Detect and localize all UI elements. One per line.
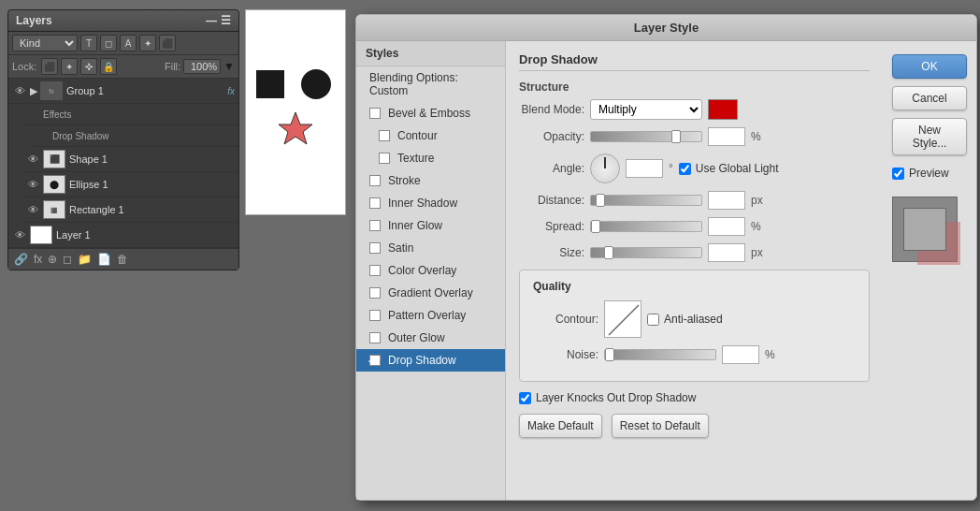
noise-slider[interactable] [604, 349, 716, 360]
mask-icon[interactable]: ◻ [63, 253, 72, 266]
style-item-bevel[interactable]: Bevel & Emboss [356, 102, 505, 124]
outer-glow-checkbox[interactable] [369, 332, 381, 343]
filter-type-icon[interactable]: T [80, 35, 97, 51]
use-global-light-checkbox[interactable] [679, 163, 691, 175]
lock-position-icon[interactable]: ⬛ [41, 58, 58, 75]
style-item-inner-glow[interactable]: Inner Glow [356, 214, 505, 237]
fill-input[interactable] [183, 59, 221, 74]
style-item-outer-glow[interactable]: Outer Glow [356, 327, 505, 349]
distance-input[interactable]: 4 [708, 191, 745, 210]
lock-move-icon[interactable]: ✜ [80, 58, 97, 75]
opacity-unit: % [751, 130, 761, 143]
ok-button[interactable]: OK [892, 54, 967, 79]
size-thumb[interactable] [604, 246, 613, 259]
pattern-overlay-checkbox[interactable] [369, 310, 381, 321]
lock-label: Lock: [12, 61, 36, 72]
distance-slider[interactable] [590, 195, 702, 206]
blend-mode-select[interactable]: Multiply Normal Screen [590, 99, 702, 120]
filter-text-icon[interactable]: A [120, 35, 137, 51]
noise-thumb[interactable] [605, 348, 614, 361]
panel-menu-icon[interactable]: ☰ [221, 14, 231, 27]
eye-icon-layer1[interactable]: 👁 [12, 227, 27, 242]
opacity-thumb[interactable] [671, 130, 681, 143]
layer-item-ellipse1[interactable]: 👁 ⬤ Ellipse 1 [22, 172, 238, 197]
satin-checkbox[interactable] [369, 242, 381, 254]
group-icon[interactable]: 📁 [78, 253, 92, 266]
style-item-stroke[interactable]: Stroke [356, 169, 505, 192]
layer-item-shape1[interactable]: 👁 ⬛ Shape 1 [22, 147, 238, 172]
style-item-blending[interactable]: Blending Options: Custom [356, 66, 505, 102]
style-item-gradient-overlay[interactable]: Gradient Overlay [356, 282, 505, 304]
layer-item-rect1[interactable]: 👁 ▦ Rectangle 1 [22, 197, 238, 223]
style-item-pattern-overlay[interactable]: Pattern Overlay [356, 304, 505, 327]
make-default-button[interactable]: Make Default [519, 414, 602, 438]
layer-name-ellipse1: Ellipse 1 [69, 179, 235, 190]
filter-smart-icon[interactable]: ✦ [139, 35, 156, 51]
stroke-checkbox[interactable] [369, 175, 381, 186]
inner-glow-checkbox[interactable] [369, 220, 381, 231]
panel-collapse-icon[interactable]: — [206, 14, 217, 27]
layer-knocks-label[interactable]: Layer Knocks Out Drop Shadow [519, 391, 696, 404]
eye-icon-effects[interactable] [25, 107, 40, 122]
filter-pixel-icon[interactable]: ⬛ [159, 35, 176, 51]
layers-row2: Lock: ⬛ ✦ ✜ 🔒 Fill: ▼ [8, 55, 238, 79]
size-slider[interactable] [590, 247, 702, 258]
filter-shape-icon[interactable]: ◻ [100, 35, 117, 51]
texture-checkbox[interactable] [379, 153, 390, 164]
angle-input[interactable]: 90 [626, 159, 663, 178]
new-layer-icon[interactable]: 📄 [97, 253, 111, 266]
preview-label[interactable]: Preview [892, 167, 967, 180]
layer-item-layer1[interactable]: 👁 Layer 1 [8, 223, 238, 248]
use-global-light-label[interactable]: Use Global Light [679, 162, 779, 175]
noise-input[interactable]: 0 [722, 345, 759, 364]
style-item-drop-shadow[interactable]: ✓ Drop Shadow [356, 349, 505, 372]
filter-select[interactable]: Kind [12, 35, 78, 51]
cancel-button[interactable]: Cancel [892, 86, 967, 110]
anti-aliased-checkbox[interactable] [647, 314, 659, 326]
style-item-texture[interactable]: Texture [356, 147, 505, 169]
color-overlay-checkbox[interactable] [369, 265, 381, 276]
spread-slider[interactable] [590, 221, 702, 232]
size-input[interactable]: 10 [708, 243, 745, 262]
distance-thumb[interactable] [596, 194, 605, 207]
eye-icon-ellipse1[interactable]: 👁 [25, 177, 40, 192]
layer-knocks-checkbox[interactable] [519, 392, 531, 404]
lock-pixel-icon[interactable]: ✦ [61, 58, 78, 75]
style-item-contour[interactable]: Contour [356, 124, 505, 147]
new-style-button[interactable]: New Style... [892, 118, 967, 155]
spread-input[interactable]: 0 [708, 217, 745, 236]
style-item-color-overlay[interactable]: Color Overlay [356, 259, 505, 282]
anti-aliased-label[interactable]: Anti-aliased [647, 313, 723, 326]
inner-shadow-checkbox[interactable] [369, 197, 381, 209]
contour-preview[interactable] [604, 300, 641, 338]
thumb-layer1 [30, 226, 52, 244]
fx-icon[interactable]: fx [34, 253, 42, 266]
dialog-title: Layer Style [356, 15, 976, 41]
delete-icon[interactable]: 🗑 [117, 253, 128, 266]
eye-icon-shape1[interactable]: 👁 [25, 152, 40, 167]
style-item-satin[interactable]: Satin [356, 237, 505, 259]
reset-default-button[interactable]: Reset to Default [612, 414, 709, 438]
shadow-color-swatch[interactable] [708, 99, 738, 120]
eye-icon-rect1[interactable]: 👁 [25, 202, 40, 217]
panel-bottom-bar: 🔗 fx ⊕ ◻ 📁 📄 🗑 [8, 248, 238, 270]
link-icon[interactable]: 🔗 [14, 253, 28, 266]
spread-row: Spread: 0 % [519, 217, 870, 236]
angle-dial[interactable] [590, 153, 620, 183]
contour-checkbox[interactable] [379, 130, 390, 141]
bevel-checkbox[interactable] [369, 108, 381, 119]
opacity-input[interactable]: 76 [708, 127, 745, 146]
spread-thumb[interactable] [591, 220, 600, 233]
eye-icon-dropshadow[interactable] [35, 128, 50, 143]
lock-all-icon[interactable]: 🔒 [100, 58, 117, 75]
layer-item-group1[interactable]: 👁 ▶ fx Group 1 fx [8, 79, 238, 104]
opacity-slider[interactable] [590, 131, 702, 142]
drop-shadow-checkbox[interactable]: ✓ [369, 355, 381, 366]
layer-item-effects[interactable]: Effects [22, 104, 238, 125]
layer-item-dropshadow[interactable]: Drop Shadow [31, 125, 238, 147]
gradient-overlay-checkbox[interactable] [369, 287, 381, 299]
preview-checkbox[interactable] [892, 168, 904, 180]
eye-icon-group1[interactable]: 👁 [12, 83, 27, 98]
style-item-inner-shadow[interactable]: Inner Shadow [356, 192, 505, 214]
adjustment-icon[interactable]: ⊕ [48, 253, 57, 266]
